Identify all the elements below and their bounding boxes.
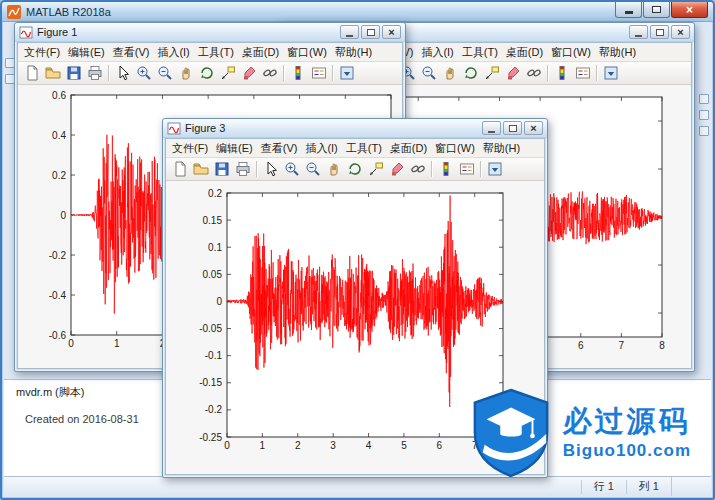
insert-legend-icon[interactable] [573, 64, 592, 83]
rotate-3d-icon[interactable] [197, 64, 216, 83]
print-icon[interactable] [233, 160, 252, 179]
menu-window[interactable]: 窗口(W) [431, 139, 479, 158]
menu-edit[interactable]: 编辑(E) [64, 43, 109, 62]
insert-colorbar-icon[interactable] [552, 64, 571, 83]
toolbar-separator [283, 65, 284, 81]
menu-desktop[interactable]: 桌面(D) [238, 43, 283, 62]
right-panel-icon-3[interactable] [699, 126, 709, 136]
save-icon[interactable] [64, 64, 83, 83]
svg-text:0.1: 0.1 [208, 242, 222, 253]
zoom-out-icon[interactable] [419, 64, 438, 83]
data-cursor-icon[interactable] [218, 64, 237, 83]
figure2-close-button[interactable] [671, 25, 690, 39]
figure3-maximize-button[interactable] [503, 121, 522, 135]
menu-file[interactable]: 文件(F) [20, 43, 64, 62]
svg-text:-0.1: -0.1 [205, 350, 223, 361]
menu-desktop[interactable]: 桌面(D) [502, 43, 547, 62]
figure3-close-button[interactable] [524, 121, 543, 135]
insert-colorbar-icon[interactable] [436, 160, 455, 179]
menu-tools[interactable]: 工具(T) [342, 139, 386, 158]
figure2-minimize-button[interactable] [629, 25, 648, 39]
menu-window[interactable]: 窗口(W) [547, 43, 595, 62]
zoom-out-icon[interactable] [303, 160, 322, 179]
menu-tools[interactable]: 工具(T) [194, 43, 238, 62]
svg-text:0: 0 [216, 296, 222, 307]
main-minimize-button[interactable] [615, 2, 642, 18]
print-icon[interactable] [85, 64, 104, 83]
data-cursor-icon[interactable] [366, 160, 385, 179]
svg-text:4: 4 [366, 440, 372, 451]
menu-tools[interactable]: 工具(T) [458, 43, 502, 62]
svg-text:7: 7 [619, 340, 625, 351]
svg-text:-0.6: -0.6 [49, 330, 67, 341]
insert-legend-icon[interactable] [457, 160, 476, 179]
zoom-in-icon[interactable] [134, 64, 153, 83]
menu-file[interactable]: 文件(F) [168, 139, 212, 158]
toolbar-separator [431, 161, 432, 177]
figure3-titlebar[interactable]: Figure 3 [163, 119, 547, 138]
pan-hand-icon[interactable] [324, 160, 343, 179]
link-plots-icon[interactable] [260, 64, 279, 83]
menu-help[interactable]: 帮助(H) [479, 139, 524, 158]
main-maximize-button[interactable] [643, 2, 670, 18]
menu-edit[interactable]: 编辑(E) [212, 139, 257, 158]
figure1-close-button[interactable] [382, 25, 401, 39]
rotate-3d-icon[interactable] [345, 160, 364, 179]
main-titlebar[interactable]: MATLAB R2018a [2, 2, 713, 22]
insert-legend-icon[interactable] [309, 64, 328, 83]
right-panel-icon-1[interactable] [699, 94, 709, 104]
brush-icon[interactable] [239, 64, 258, 83]
dock-figure-icon[interactable] [337, 64, 356, 83]
svg-text:2: 2 [295, 440, 301, 451]
data-cursor-icon[interactable] [482, 64, 501, 83]
figure2-maximize-button[interactable] [650, 25, 669, 39]
menu-insert[interactable]: 插入(I) [417, 43, 457, 62]
status-column-indicator: 列 1 [627, 479, 671, 494]
svg-text:-0.4: -0.4 [49, 290, 67, 301]
matlab-logo-icon [7, 5, 21, 19]
matlab-desktop: MATLAB R2018a mvdr.m (脚本) Created on 201… [0, 0, 715, 500]
dock-figure-icon[interactable] [485, 160, 504, 179]
pan-hand-icon[interactable] [176, 64, 195, 83]
open-folder-icon[interactable] [43, 64, 62, 83]
figure3-minimize-button[interactable] [482, 121, 501, 135]
link-plots-icon[interactable] [408, 160, 427, 179]
toolbar-separator [108, 65, 109, 81]
new-file-icon[interactable] [170, 160, 189, 179]
main-close-button[interactable] [671, 2, 708, 18]
menu-insert[interactable]: 插入(I) [153, 43, 193, 62]
svg-text:0.2: 0.2 [52, 170, 66, 181]
menu-window[interactable]: 窗口(W) [283, 43, 331, 62]
new-file-icon[interactable] [22, 64, 41, 83]
right-panel-icon-2[interactable] [699, 110, 709, 120]
pan-hand-icon[interactable] [440, 64, 459, 83]
figure1-maximize-button[interactable] [361, 25, 380, 39]
menu-help[interactable]: 帮助(H) [595, 43, 640, 62]
main-window-title: MATLAB R2018a [26, 6, 111, 18]
menu-insert[interactable]: 插入(I) [301, 139, 341, 158]
rotate-3d-icon[interactable] [461, 64, 480, 83]
open-folder-icon[interactable] [191, 160, 210, 179]
dock-figure-icon[interactable] [601, 64, 620, 83]
toolbar-separator [256, 161, 257, 177]
brush-icon[interactable] [503, 64, 522, 83]
menu-view[interactable]: 查看(V) [109, 43, 154, 62]
figure1-titlebar[interactable]: Figure 1 [15, 23, 405, 42]
save-icon[interactable] [212, 160, 231, 179]
figure1-minimize-button[interactable] [340, 25, 359, 39]
menu-help[interactable]: 帮助(H) [331, 43, 376, 62]
zoom-out-icon[interactable] [155, 64, 174, 83]
minimize-icon [488, 131, 495, 133]
figure1-toolbar [18, 62, 402, 85]
link-plots-icon[interactable] [524, 64, 543, 83]
svg-text:-0.15: -0.15 [199, 377, 222, 388]
menu-view[interactable]: 查看(V) [257, 139, 302, 158]
svg-text:8: 8 [659, 340, 665, 351]
figure1-menubar: 文件(F)编辑(E)查看(V)插入(I)工具(T)桌面(D)窗口(W)帮助(H) [18, 43, 402, 62]
menu-desktop[interactable]: 桌面(D) [386, 139, 431, 158]
brush-icon[interactable] [387, 160, 406, 179]
insert-colorbar-icon[interactable] [288, 64, 307, 83]
zoom-in-icon[interactable] [282, 160, 301, 179]
pointer-icon[interactable] [261, 160, 280, 179]
pointer-icon[interactable] [113, 64, 132, 83]
